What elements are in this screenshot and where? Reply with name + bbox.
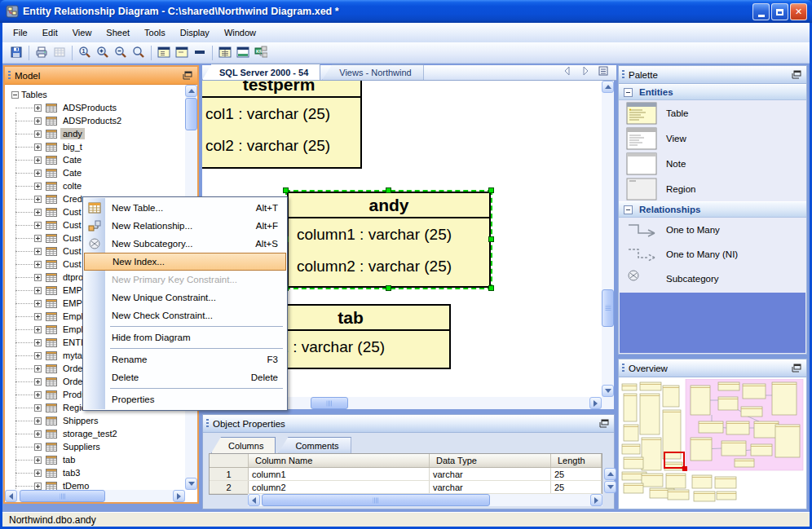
model-panel-header[interactable]: Model bbox=[5, 67, 197, 85]
palette-item-view[interactable]: View bbox=[619, 126, 806, 151]
expand-icon[interactable] bbox=[34, 469, 42, 477]
palette-item-one-to-many-ni-[interactable]: One to Many (NI) bbox=[619, 242, 806, 267]
entity-window-button[interactable] bbox=[234, 44, 252, 62]
tree-item-cred[interactable]: Cred bbox=[34, 192, 85, 205]
tree-item-andy[interactable]: andy bbox=[34, 127, 85, 140]
title-bar[interactable]: Entity Relationship Diagram - C:\shared\… bbox=[0, 0, 812, 23]
panel-grip[interactable] bbox=[206, 419, 209, 429]
collapse-expander-icon[interactable] bbox=[11, 91, 19, 99]
scroll-down-button[interactable] bbox=[185, 478, 197, 490]
expand-icon[interactable] bbox=[34, 456, 42, 464]
panel-grip[interactable] bbox=[622, 70, 624, 80]
expand-icon[interactable] bbox=[34, 222, 42, 229]
tree-item-cust[interactable]: Cust bbox=[34, 218, 84, 231]
close-button[interactable]: ✕ bbox=[790, 3, 807, 20]
expand-icon[interactable] bbox=[34, 196, 42, 203]
grid-scroll-up-button[interactable] bbox=[604, 468, 616, 480]
expand-icon[interactable] bbox=[34, 430, 42, 438]
tree-item-tdemo[interactable]: tDemo bbox=[34, 479, 91, 490]
menu-item-delete[interactable]: DeleteDelete bbox=[84, 368, 286, 386]
tree-item-cust[interactable]: Cust bbox=[34, 231, 84, 245]
collapse-icon[interactable] bbox=[624, 205, 633, 214]
float-panel-icon[interactable] bbox=[792, 70, 801, 79]
scroll-thumb[interactable] bbox=[262, 494, 490, 506]
expand-icon[interactable] bbox=[34, 156, 42, 164]
scroll-thumb[interactable] bbox=[185, 98, 197, 130]
menu-item-new-index-[interactable]: New Index... bbox=[84, 253, 286, 271]
print-button[interactable] bbox=[33, 44, 51, 62]
canvas-vertical-scrollbar[interactable] bbox=[602, 81, 614, 397]
tree-item-cust[interactable]: Cust bbox=[34, 258, 84, 271]
menu-item-new-table-[interactable]: New Table...Alt+T bbox=[84, 199, 286, 217]
expand-icon[interactable] bbox=[34, 352, 42, 359]
tree-item-colte[interactable]: colte bbox=[34, 179, 84, 192]
grid-button[interactable] bbox=[51, 44, 68, 62]
grid-cell[interactable]: varchar bbox=[430, 481, 551, 493]
properties-tab-comments[interactable]: Comments bbox=[278, 437, 351, 453]
grid-cell[interactable]: varchar bbox=[430, 468, 551, 480]
scroll-thumb[interactable] bbox=[20, 490, 105, 502]
tree-item-cate[interactable]: Cate bbox=[34, 166, 84, 179]
expand-icon[interactable] bbox=[34, 117, 42, 125]
selection-handle[interactable] bbox=[386, 187, 391, 193]
menu-sheet[interactable]: Sheet bbox=[99, 25, 137, 40]
expand-icon[interactable] bbox=[34, 391, 42, 399]
zoom-out-button[interactable] bbox=[112, 44, 130, 62]
section-header-entities[interactable]: Entities bbox=[619, 84, 806, 100]
menu-window[interactable]: Window bbox=[217, 25, 263, 40]
entity-detail-button[interactable] bbox=[155, 44, 173, 62]
tree-item-empl[interactable]: EMPL bbox=[34, 297, 90, 310]
scroll-thumb[interactable] bbox=[311, 397, 348, 409]
scroll-left-button[interactable] bbox=[248, 494, 260, 506]
entity-compact-button[interactable] bbox=[173, 44, 191, 62]
zoom-in-button[interactable] bbox=[94, 44, 112, 62]
expand-icon[interactable] bbox=[34, 235, 42, 242]
expand-icon[interactable] bbox=[34, 130, 42, 138]
tree-item-empl[interactable]: Empl bbox=[34, 323, 86, 336]
menu-item-new-check-constraint-[interactable]: New Check Constraint... bbox=[84, 306, 286, 324]
selection-handle[interactable] bbox=[386, 285, 391, 291]
expand-icon[interactable] bbox=[34, 300, 42, 307]
scroll-up-button[interactable] bbox=[185, 85, 197, 97]
tree-item-adsproducts2[interactable]: ADSProducts2 bbox=[34, 114, 124, 127]
palette-item-table[interactable]: Table bbox=[619, 100, 806, 126]
tree-item-empl[interactable]: EMPL bbox=[34, 284, 90, 297]
grid-header-column-name[interactable]: Column Name bbox=[249, 454, 430, 467]
zoom-button[interactable] bbox=[130, 44, 148, 62]
grid-header-length[interactable]: Length bbox=[551, 454, 602, 467]
expand-icon[interactable] bbox=[34, 261, 42, 268]
collapse-icon[interactable] bbox=[624, 88, 633, 97]
tree-item-shippers[interactable]: Shippers bbox=[34, 414, 100, 427]
menu-item-rename[interactable]: RenameF3 bbox=[84, 350, 286, 368]
grid-cell[interactable]: 25 bbox=[551, 468, 602, 480]
scroll-down-button[interactable] bbox=[602, 385, 614, 397]
expand-icon[interactable] bbox=[34, 365, 42, 373]
tree-item-cust[interactable]: Cust bbox=[34, 245, 84, 258]
scroll-thumb[interactable] bbox=[602, 289, 614, 327]
properties-tab-columns[interactable]: Columns bbox=[211, 437, 276, 453]
tree-item-adsproducts[interactable]: ADSProducts bbox=[34, 101, 119, 114]
grid-cell[interactable]: column1 bbox=[249, 468, 430, 480]
palette-header[interactable]: Palette bbox=[619, 66, 806, 84]
tree-item-tab3[interactable]: tab3 bbox=[34, 466, 82, 479]
expand-icon[interactable] bbox=[34, 339, 42, 346]
float-panel-icon[interactable] bbox=[792, 364, 801, 373]
object-properties-header[interactable]: Object Properties bbox=[203, 415, 614, 433]
entity-name-only-button[interactable] bbox=[191, 44, 209, 62]
grid-scroll-down-button[interactable] bbox=[604, 481, 616, 493]
selection-handle[interactable] bbox=[488, 236, 494, 242]
minimize-button[interactable] bbox=[752, 3, 770, 20]
selection-handle[interactable] bbox=[488, 285, 494, 291]
section-header-relationships[interactable]: Relationships bbox=[619, 201, 806, 218]
overview-header[interactable]: Overview bbox=[619, 359, 806, 377]
grid-cell[interactable]: 25 bbox=[551, 481, 602, 493]
expand-icon[interactable] bbox=[34, 378, 42, 386]
tree-item-cust[interactable]: Cust bbox=[34, 205, 84, 218]
menu-tools[interactable]: Tools bbox=[137, 25, 173, 40]
tree-item-dtpro[interactable]: dtpro bbox=[34, 271, 86, 284]
scroll-right-button[interactable] bbox=[173, 490, 185, 502]
tree-item-enti[interactable]: ENTI bbox=[34, 336, 86, 349]
scroll-left-button[interactable] bbox=[5, 490, 17, 502]
menu-item-new-unique-constraint-[interactable]: New Unique Constraint... bbox=[84, 289, 286, 306]
scroll-up-button[interactable] bbox=[602, 81, 614, 93]
